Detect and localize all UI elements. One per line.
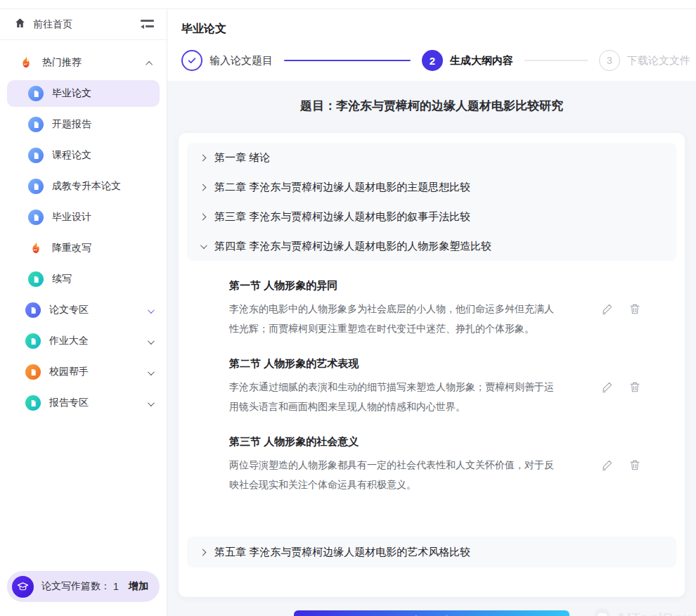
chapter-list: 第一章 绪论 第二章 李沧东与贾樟柯边缘人题材电影的主题思想比较 第三章 李沧东…: [187, 143, 676, 261]
stepper: 输入论文题目 2 生成大纲内容 3 下载论文文件: [181, 50, 690, 71]
document-icon: [25, 364, 41, 380]
sidebar-group-label: 作业大全: [49, 335, 89, 347]
fire-icon: HT: [28, 240, 44, 257]
chevron-right-icon: [200, 184, 207, 191]
action-row: 生成内容 AIToolBox: [167, 610, 696, 616]
page-title: 毕业论文: [181, 22, 690, 37]
delete-icon[interactable]: [629, 380, 641, 393]
sidebar-item-label: 毕业设计: [52, 211, 91, 224]
section-item: 第二节 人物形象的艺术表现 李沧东通过细腻的表演和生动的细节描写来塑造人物形象；…: [187, 357, 676, 416]
chevron-right-icon: [200, 548, 207, 556]
sidebar-group-label: 校园帮手: [49, 366, 89, 378]
sidebar-item-rewrite[interactable]: HT 降重改写: [0, 233, 167, 264]
section-list: 第一节 人物形象的异同 李沧东的电影中的人物形象多为社会底层的小人物，他们命运多…: [187, 261, 676, 516]
step-number: 3: [599, 50, 620, 71]
main-header: 毕业论文 输入论文题目 2 生成大纲内容 3: [167, 9, 696, 81]
edit-icon[interactable]: [601, 380, 614, 393]
sidebar-item-continue-writing[interactable]: 续写: [0, 264, 167, 295]
outline-card: 第一章 绪论 第二章 李沧东与贾樟柯边缘人题材电影的主题思想比较 第三章 李沧东…: [179, 133, 685, 597]
section-description: 李沧东的电影中的人物形象多为社会底层的小人物，他们命运多舛但充满人性光辉；而贾樟…: [229, 299, 559, 338]
chevron-right-icon: [200, 213, 207, 220]
sidebar-item-label: 续写: [52, 273, 72, 285]
add-credits-button[interactable]: 增加: [129, 580, 148, 593]
sidebar-group-label: 热门推荐: [42, 56, 82, 69]
sidebar-group-thesis-zone[interactable]: 论文专区: [0, 295, 167, 326]
sidebar-group-campus-helper[interactable]: 校园帮手: [0, 357, 167, 387]
section-title: 第一节 人物形象的异同: [229, 279, 559, 293]
document-icon: [28, 179, 44, 194]
step-label: 输入论文题目: [210, 54, 273, 68]
credits-label: 论文写作篇数：: [41, 580, 110, 593]
chevron-down-icon: [148, 304, 153, 316]
document-icon: [28, 148, 44, 163]
fire-icon: HT: [18, 54, 34, 72]
sidebar-item-graduation-thesis[interactable]: 毕业论文: [7, 80, 160, 107]
delete-icon[interactable]: [629, 302, 641, 315]
chapter-row[interactable]: 第二章 李沧东与贾樟柯边缘人题材电影的主题思想比较: [187, 172, 676, 202]
chevron-right-icon: [200, 154, 207, 161]
chapter-list-bottom: 第五章 李沧东与贾樟柯边缘人题材电影的艺术风格比较: [187, 537, 676, 567]
generate-content-button[interactable]: 生成内容: [294, 610, 569, 616]
chapter-title: 第一章 绪论: [214, 151, 270, 165]
delete-icon[interactable]: [629, 458, 641, 471]
step-number: 2: [422, 50, 443, 71]
check-icon: [181, 50, 202, 71]
chapter-title: 第二章 李沧东与贾樟柯边缘人题材电影的主题思想比较: [214, 181, 470, 194]
svg-text:HT: HT: [24, 63, 28, 66]
chapter-title: 第三章 李沧东与贾樟柯边缘人题材电影的叙事手法比较: [214, 210, 470, 224]
main-body: 题目：李沧东与贾樟柯的边缘人题材电影比较研究 第一章 绪论 第二章 李沧东与贾樟…: [167, 81, 696, 616]
chapter-row-expanded[interactable]: 第四章 李沧东与贾樟柯边缘人题材电影的人物形象塑造比较: [187, 231, 676, 261]
document-icon: [28, 117, 44, 132]
section-description: 两位导演塑造的人物形象都具有一定的社会代表性和人文关怀价值，对于反映社会现实和关…: [229, 455, 559, 494]
sidebar-group-report-zone[interactable]: 报告专区: [0, 387, 167, 418]
chapter-title: 第四章 李沧东与贾樟柯边缘人题材电影的人物形象塑造比较: [214, 240, 491, 253]
section-item: 第一节 人物形象的异同 李沧东的电影中的人物形象多为社会底层的小人物，他们命运多…: [187, 279, 676, 338]
document-icon: [25, 333, 41, 349]
chapter-row[interactable]: 第一章 绪论: [187, 143, 676, 172]
sidebar-menu: HT 热门推荐 毕业论文 开题报告: [0, 40, 167, 418]
sidebar-header: 前往首页: [0, 9, 167, 40]
robot-icon: [593, 607, 612, 616]
sidebar-item-adult-education-thesis[interactable]: 成教专升本论文: [0, 171, 167, 202]
sidebar-group-hot[interactable]: HT 热门推荐: [0, 47, 167, 78]
chevron-down-icon: [200, 242, 207, 249]
document-icon: [28, 271, 44, 287]
collapse-menu-icon[interactable]: [141, 20, 154, 28]
sidebar-group-homework[interactable]: 作业大全: [0, 326, 167, 357]
chapter-row[interactable]: 第三章 李沧东与贾樟柯边缘人题材电影的叙事手法比较: [187, 202, 676, 231]
section-title: 第三节 人物形象的社会意义: [229, 435, 559, 449]
sidebar: 前往首页 HT 热门推荐 毕业论文: [0, 9, 167, 616]
edit-icon[interactable]: [601, 458, 614, 471]
sidebar-item-label: 开题报告: [52, 118, 91, 131]
app-window: 前往首页 HT 热门推荐 毕业论文: [0, 0, 696, 616]
sidebar-group-label: 论文专区: [49, 304, 89, 316]
home-link[interactable]: 前往首页: [33, 18, 72, 31]
sidebar-item-label: 课程论文: [52, 149, 91, 162]
step-generate-outline: 2 生成大纲内容: [422, 50, 513, 71]
edit-icon[interactable]: [601, 302, 614, 315]
sidebar-group-label: 报告专区: [49, 397, 89, 409]
writing-credits-pill: 论文写作篇数： 1 增加: [7, 571, 160, 602]
top-strip: [0, 0, 696, 9]
graduation-cap-icon: [12, 576, 34, 598]
section-title: 第二节 人物形象的艺术表现: [229, 357, 559, 371]
credits-count: 1: [113, 581, 119, 592]
chevron-down-icon: [148, 397, 153, 409]
watermark-text: AIToolBox: [616, 610, 692, 616]
document-icon: [28, 86, 44, 101]
section-item: 第三节 人物形象的社会意义 两位导演塑造的人物形象都具有一定的社会代表性和人文关…: [187, 435, 676, 494]
chapter-title: 第五章 李沧东与贾樟柯边缘人题材电影的艺术风格比较: [214, 546, 470, 559]
sidebar-item-course-paper[interactable]: 课程论文: [0, 140, 167, 171]
chevron-down-icon: [148, 366, 153, 378]
sidebar-item-proposal-report[interactable]: 开题报告: [0, 109, 167, 140]
home-icon[interactable]: [14, 17, 26, 32]
step-connector: [524, 60, 588, 61]
document-icon: [25, 302, 41, 318]
document-icon: [25, 395, 41, 411]
sidebar-item-label: 成教专升本论文: [52, 180, 121, 193]
sidebar-item-graduation-design[interactable]: 毕业设计: [0, 202, 167, 233]
chevron-up-icon: [148, 57, 153, 68]
sidebar-item-label: 毕业论文: [52, 87, 91, 100]
chapter-row[interactable]: 第五章 李沧东与贾樟柯边缘人题材电影的艺术风格比较: [187, 537, 676, 567]
step-label: 下载论文文件: [627, 54, 690, 68]
